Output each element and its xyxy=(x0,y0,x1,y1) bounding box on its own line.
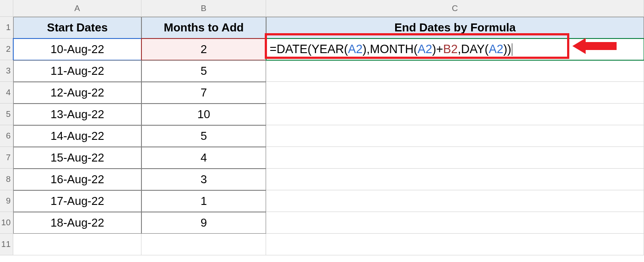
header-start-dates[interactable]: Start Dates xyxy=(13,17,141,39)
cell-A2[interactable]: 10-Aug-22 xyxy=(13,39,141,60)
spreadsheet-grid: A B C 1 Start Dates Months to Add End Da… xyxy=(0,0,644,255)
formula-seg: =DATE(YEAR( xyxy=(270,42,348,56)
row-header-9[interactable]: 9 xyxy=(0,190,13,212)
formula-seg: )+ xyxy=(432,42,443,56)
row-header-7[interactable]: 7 xyxy=(0,147,13,169)
corner-select-all[interactable] xyxy=(0,0,13,17)
cell-B5[interactable]: 10 xyxy=(141,104,266,125)
cell-B6[interactable]: 5 xyxy=(141,125,266,147)
text-caret xyxy=(512,43,512,56)
header-months-to-add[interactable]: Months to Add xyxy=(141,17,266,39)
cell-A8[interactable]: 16-Aug-22 xyxy=(13,169,141,190)
cell-C6[interactable] xyxy=(266,125,644,147)
column-header-A[interactable]: A xyxy=(13,0,141,17)
cell-B3[interactable]: 5 xyxy=(141,60,266,82)
formula-ref-A2: A2 xyxy=(418,42,432,56)
cell-A4[interactable]: 12-Aug-22 xyxy=(13,82,141,104)
column-header-C[interactable]: C xyxy=(266,0,644,17)
cell-A9[interactable]: 17-Aug-22 xyxy=(13,190,141,212)
cell-B4[interactable]: 7 xyxy=(141,82,266,104)
cell-C3[interactable] xyxy=(266,60,644,82)
cell-B2[interactable]: 2 xyxy=(141,39,266,60)
row-header-4[interactable]: 4 xyxy=(0,82,13,104)
header-end-dates-formula[interactable]: End Dates by Formula xyxy=(266,17,644,39)
cell-C11[interactable] xyxy=(266,234,644,255)
cell-B10[interactable]: 9 xyxy=(141,212,266,234)
cell-B7[interactable]: 4 xyxy=(141,147,266,169)
callout-arrow-icon xyxy=(572,38,617,54)
formula-text: =DATE(YEAR(A2),MONTH(A2)+B2,DAY(A2)) xyxy=(270,42,512,56)
formula-ref-A2: A2 xyxy=(489,42,503,56)
row-header-11[interactable]: 11 xyxy=(0,234,13,255)
row-header-10[interactable]: 10 xyxy=(0,212,13,234)
cell-B8[interactable]: 3 xyxy=(141,169,266,190)
row-header-8[interactable]: 8 xyxy=(0,169,13,190)
cell-C9[interactable] xyxy=(266,190,644,212)
cell-C5[interactable] xyxy=(266,104,644,125)
cell-A10[interactable]: 18-Aug-22 xyxy=(13,212,141,234)
cell-C8[interactable] xyxy=(266,169,644,190)
row-header-2[interactable]: 2 xyxy=(0,39,13,60)
cell-A5[interactable]: 13-Aug-22 xyxy=(13,104,141,125)
cell-A11[interactable] xyxy=(13,234,141,255)
cell-B11[interactable] xyxy=(141,234,266,255)
row-header-5[interactable]: 5 xyxy=(0,104,13,125)
row-header-1[interactable]: 1 xyxy=(0,17,13,39)
cell-C7[interactable] xyxy=(266,147,644,169)
cell-C10[interactable] xyxy=(266,212,644,234)
cell-B9[interactable]: 1 xyxy=(141,190,266,212)
cell-A7[interactable]: 15-Aug-22 xyxy=(13,147,141,169)
row-header-3[interactable]: 3 xyxy=(0,60,13,82)
column-header-B[interactable]: B xyxy=(141,0,266,17)
cell-C4[interactable] xyxy=(266,82,644,104)
formula-ref-A2: A2 xyxy=(348,42,362,56)
formula-ref-B2: B2 xyxy=(443,42,458,56)
row-header-6[interactable]: 6 xyxy=(0,125,13,147)
formula-seg: ),MONTH( xyxy=(362,42,417,56)
cell-A6[interactable]: 14-Aug-22 xyxy=(13,125,141,147)
cell-A3[interactable]: 11-Aug-22 xyxy=(13,60,141,82)
formula-seg: )) xyxy=(503,42,511,56)
formula-seg: ,DAY( xyxy=(458,42,489,56)
